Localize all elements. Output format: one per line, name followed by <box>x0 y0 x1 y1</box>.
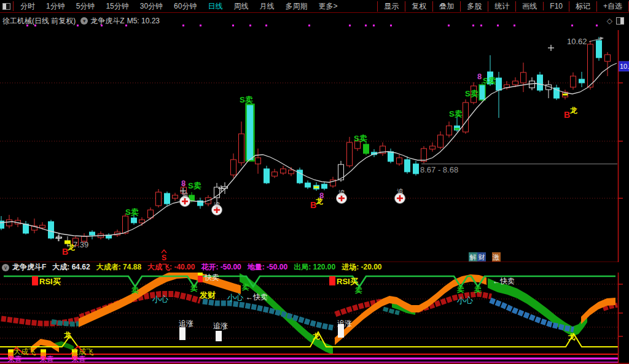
svg-text:←快卖: ←快卖 <box>493 277 515 285</box>
svg-text:戈: 戈 <box>568 333 576 341</box>
svg-text:B: B <box>564 110 570 120</box>
svg-text:来喜: 来喜 <box>39 355 54 363</box>
tools-menu: 显示复权叠加多股统计画线F10标记+自选 <box>377 0 629 12</box>
svg-text:龙: 龙 <box>315 197 323 206</box>
svg-text:RSI买: RSI买 <box>337 277 358 286</box>
indicator-stat: 出局: 120.00 <box>294 262 335 273</box>
svg-text:财: 财 <box>479 254 485 261</box>
indicator-stat: 大成飞: -40.00 <box>147 262 195 273</box>
svg-text:追: 追 <box>182 192 189 199</box>
svg-text:小心: 小心 <box>152 295 169 304</box>
menu-item-15分钟[interactable]: 15分钟 <box>100 1 134 12</box>
menu-item-60分钟[interactable]: 60分钟 <box>168 1 202 12</box>
price-tag: 10. <box>619 61 629 71</box>
ind-bands <box>1 269 617 355</box>
menu-item-更多>[interactable]: 更多> <box>313 1 343 12</box>
menu-item-分时[interactable]: 分时 <box>15 1 41 12</box>
svg-text:10.: 10. <box>620 63 629 70</box>
svg-text:小心: 小心 <box>227 293 244 302</box>
toolbar-item-+自选[interactable]: +自选 <box>596 1 629 12</box>
svg-text:S卖: S卖 <box>240 95 253 104</box>
svg-text:S: S <box>162 254 166 262</box>
indicator-stat: 地量: -50.00 <box>248 262 287 273</box>
toolbar-item-叠加[interactable]: 叠加 <box>432 1 460 12</box>
svg-text:8: 8 <box>181 179 186 188</box>
toolbar-item-标记[interactable]: 标记 <box>569 1 596 12</box>
indicator-stat: 进场: -20.00 <box>342 262 381 273</box>
indicator-name[interactable]: 龙争虎斗F <box>12 262 46 273</box>
svg-text:卖: 卖 <box>131 286 139 295</box>
diamond-icon[interactable]: ◇ <box>607 17 612 25</box>
titlebar-right-icons: ◇ <box>607 17 624 25</box>
svg-text:S卖: S卖 <box>465 89 479 98</box>
svg-text:来喜: 来喜 <box>7 355 22 363</box>
collapse-icon[interactable]: ∨ <box>2 264 9 271</box>
svg-text:8.67 - 8.68: 8.67 - 8.68 <box>420 165 458 174</box>
ma-value-label: M5: 10.23 <box>127 17 160 25</box>
chart-canvas: S卖S卖S卖S卖S卖S卖S卖888BBB龙龙龙追追追追S10.62←7.398.… <box>0 0 629 364</box>
menu-item-1分钟[interactable]: 1分钟 <box>41 1 71 12</box>
bottom-chips: 解财激 <box>469 252 501 261</box>
toolbar-item-复权[interactable]: 复权 <box>405 1 432 12</box>
menu-item-月线[interactable]: 月线 <box>254 1 279 12</box>
indicator-stat: 花开: -50.00 <box>201 262 241 273</box>
svg-text:8: 8 <box>477 72 482 81</box>
svg-text:追涨: 追涨 <box>179 319 193 328</box>
ind-green-line <box>4 276 615 287</box>
toolbar-item-画线[interactable]: 画线 <box>515 1 543 12</box>
svg-text:←7.39: ←7.39 <box>65 240 88 249</box>
symbol-title: 徐工机械(日线 前复权) <box>2 16 76 26</box>
svg-text:RSI买: RSI买 <box>39 277 61 286</box>
price-annotations: 10.62←7.398.67 - 8.68 <box>65 37 604 249</box>
svg-text:追涨: 追涨 <box>213 322 228 330</box>
svg-text:激: 激 <box>493 254 500 261</box>
main-indicator-name[interactable]: 龙争虎斗Z <box>90 16 124 26</box>
svg-text:追: 追 <box>397 188 404 195</box>
svg-text:10.62: 10.62 <box>567 37 587 46</box>
svg-text:卖: 卖 <box>241 283 249 292</box>
svg-text:S卖: S卖 <box>188 181 201 190</box>
svg-text:卖: 卖 <box>354 286 362 295</box>
svg-text:小心: 小心 <box>456 296 474 305</box>
svg-text:龙: 龙 <box>63 331 71 339</box>
svg-text:卖: 卖 <box>190 284 198 293</box>
menu-item-5分钟[interactable]: 5分钟 <box>71 1 101 12</box>
svg-text:S卖: S卖 <box>354 134 367 143</box>
window-split-icon[interactable] <box>2 3 10 10</box>
menu-item-周线[interactable]: 周线 <box>228 1 254 12</box>
toolbar-item-多股[interactable]: 多股 <box>460 1 488 12</box>
svg-text:←快卖: ←快卖 <box>246 293 268 301</box>
main-grid <box>0 83 618 198</box>
menu-item-30分钟[interactable]: 30分钟 <box>135 1 168 12</box>
chevron-down-icon[interactable]: ▾ <box>80 17 88 25</box>
svg-text:快卖: 快卖 <box>204 273 219 282</box>
svg-text:龙: 龙 <box>569 106 577 115</box>
panel-layout-icon[interactable] <box>616 17 624 25</box>
toolbar-item-显示[interactable]: 显示 <box>377 1 405 12</box>
svg-text:卖: 卖 <box>474 285 482 294</box>
svg-text:追: 追 <box>214 201 221 209</box>
menu-item-多周期[interactable]: 多周期 <box>279 1 313 12</box>
indicator-stat: 大成者: 74.88 <box>96 262 141 273</box>
candles <box>0 37 611 247</box>
svg-text:S卖: S卖 <box>125 207 139 217</box>
svg-text:龙: 龙 <box>312 332 320 341</box>
top-menubar: 分时1分钟5分钟15分钟30分钟60分钟日线周线月线多周期更多> 显示复权叠加多… <box>0 0 629 13</box>
svg-text:解: 解 <box>470 254 477 261</box>
indicator-header: ∨ 龙争虎斗F 大成: 64.62大成者: 74.88大成飞: -40.00花开… <box>0 262 629 273</box>
menu-separator <box>13 1 14 11</box>
svg-text:卖: 卖 <box>456 285 464 294</box>
indicator-stat: 大成: 64.62 <box>52 262 90 273</box>
svg-text:发财: 发财 <box>199 290 216 300</box>
svg-text:S卖: S卖 <box>449 109 463 118</box>
period-menu: 分时1分钟5分钟15分钟30分钟60分钟日线周线月线多周期更多> <box>15 1 343 12</box>
svg-text:来喜: 来喜 <box>71 355 86 363</box>
ma-line <box>0 63 617 236</box>
svg-text:追: 追 <box>338 189 345 196</box>
chart-titlebar: 徐工机械(日线 前复权) ▾ 龙争虎斗Z M5: 10.23 ◇ <box>0 13 629 29</box>
indicator-stats: 大成: 64.62大成者: 74.88大成飞: -40.00花开: -50.00… <box>46 262 381 273</box>
menu-item-日线[interactable]: 日线 <box>202 1 228 12</box>
toolbar-item-统计[interactable]: 统计 <box>488 1 515 12</box>
svg-text:S卖: S卖 <box>483 76 496 85</box>
toolbar-item-F10[interactable]: F10 <box>543 2 569 10</box>
